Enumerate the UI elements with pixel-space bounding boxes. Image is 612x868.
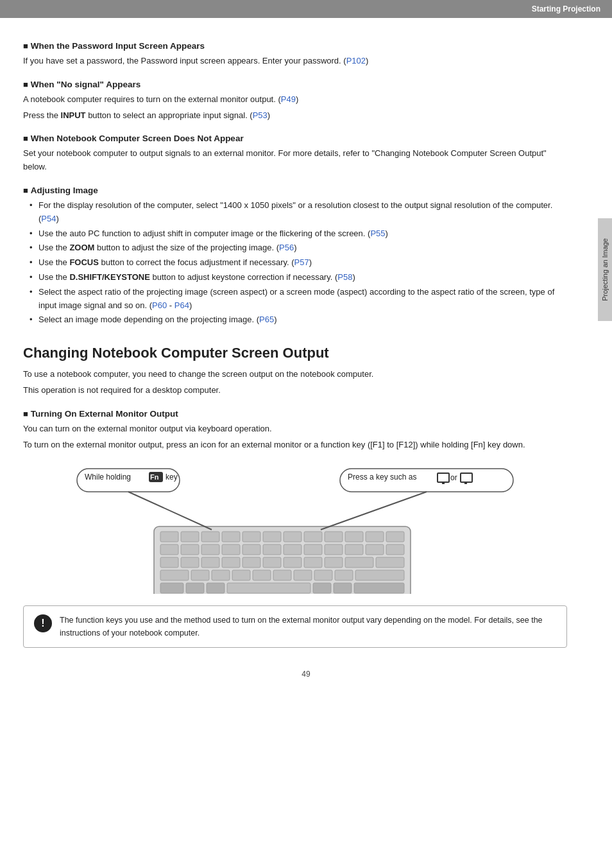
section-nosignal-para1: A notebook computer requires to turn on … (23, 93, 567, 107)
svg-rect-28 (222, 557, 240, 568)
focus-bold: FOCUS (69, 257, 99, 267)
keyboard-diagram: While holding Fn key Press a key such as… (23, 465, 567, 594)
svg-text:or: or (450, 473, 457, 482)
external-para-1: You can turn on the external monitor out… (23, 422, 567, 436)
svg-rect-23 (366, 544, 384, 555)
link-p102[interactable]: P102 (346, 56, 366, 65)
list-item: For the display resolution of the comput… (30, 199, 567, 226)
svg-rect-21 (325, 544, 343, 555)
list-item: Use the auto PC function to adjust shift… (30, 227, 567, 241)
svg-rect-14 (181, 544, 199, 555)
section-password-para: If you have set a password, the Password… (23, 55, 567, 68)
external-para-2: To turn on the external monitor output, … (23, 438, 567, 452)
link-p56[interactable]: P56 (279, 243, 294, 252)
svg-rect-5 (242, 532, 260, 542)
svg-rect-8 (304, 532, 322, 542)
svg-rect-43 (314, 570, 332, 580)
svg-rect-22 (345, 544, 363, 555)
link-p58[interactable]: P58 (337, 272, 352, 282)
svg-rect-26 (181, 557, 199, 568)
svg-rect-30 (263, 557, 281, 568)
svg-rect-41 (273, 570, 291, 580)
section-nosignal-heading: When "No signal" Appears (23, 80, 567, 89)
note-box: ! The function keys you use and the meth… (23, 605, 567, 648)
side-tab: Projecting an Image (598, 218, 612, 321)
svg-text:key: key (166, 473, 178, 482)
list-item: Select an image mode depending on the pr… (30, 313, 567, 327)
svg-rect-13 (160, 544, 178, 555)
svg-rect-27 (201, 557, 219, 568)
svg-rect-32 (304, 557, 322, 568)
svg-rect-40 (253, 570, 271, 580)
section-nosignal-para2: Press the INPUT button to select an appr… (23, 109, 567, 123)
link-p53[interactable]: P53 (253, 110, 268, 120)
svg-rect-44 (335, 570, 353, 580)
svg-rect-49 (227, 583, 310, 593)
zoom-bold: ZOOM (69, 243, 94, 252)
svg-rect-15 (201, 544, 219, 555)
svg-rect-3 (201, 532, 219, 542)
svg-rect-52 (354, 583, 404, 593)
section-adjusting-heading: Adjusting Image (23, 186, 567, 195)
top-bar: Starting Projection (0, 0, 612, 18)
svg-rect-10 (345, 532, 363, 542)
side-tab-label: Projecting an Image (601, 238, 609, 301)
svg-rect-31 (284, 557, 302, 568)
svg-rect-65 (464, 482, 467, 484)
page-number: 49 (0, 659, 612, 684)
svg-rect-47 (186, 583, 204, 593)
link-p49[interactable]: P49 (281, 94, 296, 104)
input-bold: INPUT (61, 110, 86, 120)
svg-rect-33 (325, 557, 343, 568)
keyboard-svg: While holding Fn key Press a key such as… (23, 465, 567, 594)
svg-text:Press a key such as: Press a key such as (348, 473, 416, 482)
link-p64[interactable]: P64 (174, 300, 189, 310)
svg-rect-6 (263, 532, 281, 542)
svg-rect-19 (284, 544, 302, 555)
svg-rect-37 (191, 570, 209, 580)
svg-rect-4 (222, 532, 240, 542)
svg-rect-39 (232, 570, 250, 580)
adjusting-list: For the display resolution of the comput… (23, 199, 567, 327)
svg-rect-64 (461, 473, 472, 482)
section-external-heading: Turning On External Monitor Output (23, 409, 567, 419)
svg-rect-59 (340, 469, 513, 492)
link-p55[interactable]: P55 (370, 229, 385, 238)
svg-rect-29 (242, 557, 260, 568)
svg-line-67 (321, 492, 427, 530)
svg-rect-7 (284, 532, 302, 542)
svg-text:Fn: Fn (150, 473, 159, 481)
main-intro-2: This operation is not required for a des… (23, 384, 567, 397)
svg-text:While holding: While holding (85, 473, 131, 482)
list-item: Use the FOCUS button to correct the focu… (30, 256, 567, 270)
svg-rect-36 (160, 570, 189, 580)
link-p60[interactable]: P60 (152, 300, 167, 310)
link-p65[interactable]: P65 (259, 315, 274, 324)
svg-rect-25 (160, 557, 178, 568)
section-password-heading: When the Password Input Screen Appears (23, 41, 567, 51)
note-icon: ! (34, 614, 52, 632)
section-notebook-para: Set your notebook computer to output sig… (23, 147, 567, 174)
svg-rect-50 (313, 583, 331, 593)
svg-rect-0 (154, 526, 411, 594)
svg-rect-9 (325, 532, 343, 542)
svg-rect-35 (376, 557, 404, 568)
svg-rect-34 (345, 557, 373, 568)
svg-rect-12 (386, 532, 404, 542)
svg-rect-51 (334, 583, 352, 593)
svg-rect-62 (442, 482, 445, 484)
svg-rect-45 (355, 570, 404, 580)
svg-rect-61 (438, 473, 449, 482)
svg-rect-24 (386, 544, 404, 555)
section-notebook-heading: When Notebook Computer Screen Does Not A… (23, 134, 567, 143)
svg-rect-11 (366, 532, 384, 542)
link-p54[interactable]: P54 (41, 214, 56, 223)
svg-rect-1 (160, 532, 178, 542)
svg-rect-54 (77, 469, 180, 492)
svg-line-66 (128, 492, 212, 530)
link-p57[interactable]: P57 (294, 257, 309, 267)
list-item: Use the D.SHIFT/KEYSTONE button to adjus… (30, 271, 567, 284)
svg-rect-38 (212, 570, 230, 580)
note-text: The function keys you use and the method… (60, 614, 556, 639)
dshift-bold: D.SHIFT/KEYSTONE (69, 272, 149, 282)
